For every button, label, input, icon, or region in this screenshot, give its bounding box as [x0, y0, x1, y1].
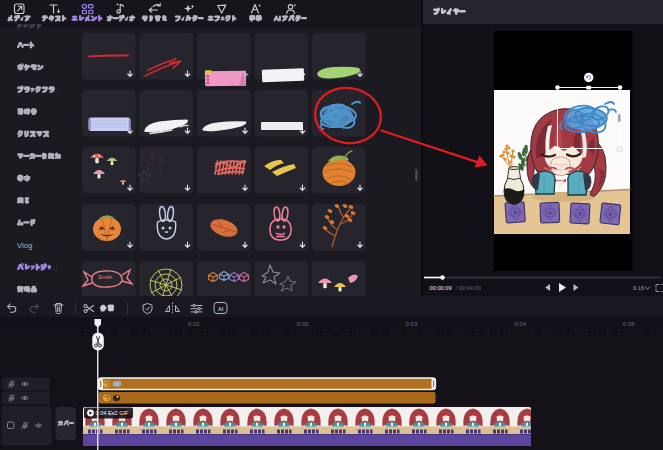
- svg-text:/ 00:04:00: / 00:04:00: [456, 285, 481, 291]
- svg-text:0:01: 0:01: [188, 320, 200, 327]
- svg-text:0:05: 0:05: [623, 320, 635, 327]
- svg-text:AI: AI: [218, 306, 224, 312]
- svg-text:0:02: 0:02: [297, 320, 309, 327]
- svg-text:0:04 Es2 GIF: 0:04 Es2 GIF: [96, 410, 130, 416]
- svg-text:00:00:09: 00:00:09: [430, 285, 452, 291]
- svg-text:Smile: Smile: [98, 274, 112, 280]
- svg-text:0:03: 0:03: [405, 320, 417, 327]
- svg-text:Vlog: Vlog: [17, 241, 32, 250]
- svg-text:9:16: 9:16: [633, 285, 644, 291]
- svg-text:0:04: 0:04: [514, 320, 526, 327]
